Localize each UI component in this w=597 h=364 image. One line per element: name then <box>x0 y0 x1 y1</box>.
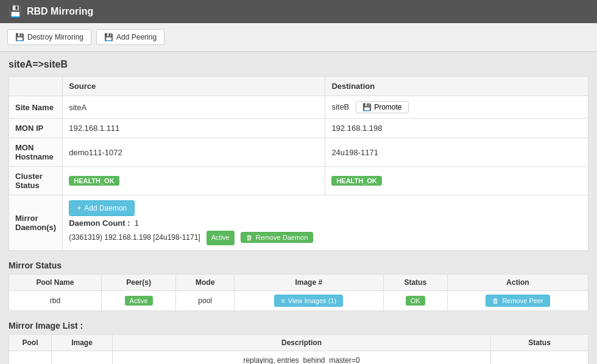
col-pool: Pool <box>9 335 52 351</box>
status-cell: OK <box>383 291 448 311</box>
add-daemon-button[interactable]: + Add Daemon <box>69 200 135 216</box>
daemon-count-label: Daemon Count : 1 <box>69 219 139 228</box>
page-title: RBD Mirroring <box>27 6 93 17</box>
col-header-source: Source <box>63 77 325 96</box>
add-peering-icon: 💾 <box>104 33 113 41</box>
row-label-cluster-status: Cluster Status <box>9 167 63 195</box>
daemon-detail-line: (3361319) 192.168.1.198 [24u198-1171] Ac… <box>69 233 313 242</box>
mirror-daemons-cell: + Add Daemon Daemon Count : 1 (3361319) … <box>63 195 588 251</box>
mirror-status-title: Mirror Status <box>9 261 588 270</box>
mirror-status-table: Pool Name Peer(s) Mode Image # Status Ac… <box>9 274 588 311</box>
remove-daemon-button[interactable]: 🗑 Remove Daemon <box>241 232 314 243</box>
source-site-name: siteA <box>63 96 325 119</box>
row-label-site-name: Site Name <box>9 96 63 119</box>
image-num-cell: ≡ View Images (1) <box>235 291 384 311</box>
add-peering-button[interactable]: 💾 Add Peering <box>96 29 164 45</box>
daemon-active-badge: Active <box>207 231 235 245</box>
source-mon-ip: 192.168.1.111 <box>63 119 325 138</box>
source-mon-hostname: demo111-1072 <box>63 138 325 167</box>
col-header-label <box>9 77 63 96</box>
col-image: Image <box>52 335 113 351</box>
action-cell: 🗑 Remove Peer <box>448 291 588 311</box>
row-label-mon-ip: MON IP <box>9 119 63 138</box>
source-health-badge: HEALTH_OK <box>69 176 119 186</box>
peering-section-title: siteA=>siteB <box>9 59 588 70</box>
col-image-num: Image # <box>235 275 384 291</box>
table-row: Cluster Status HEALTH_OK HEALTH_OK <box>9 167 588 195</box>
mode-cell: pool <box>176 291 235 311</box>
image-description-cell: replaying, entries_behind_master=0 maste… <box>113 351 491 364</box>
destination-mon-hostname: 24u198-1171 <box>325 138 588 167</box>
mirror-image-list-title: Mirror Image List : <box>9 321 588 331</box>
col-description: Description <box>113 335 491 351</box>
list-icon: ≡ <box>281 297 284 304</box>
table-row: rbd Active pool ≡ View Images (1) OK 🗑 <box>9 291 588 311</box>
col-status: Status <box>491 335 588 351</box>
col-action: Action <box>448 275 588 291</box>
peers-active-badge: Active <box>125 296 153 306</box>
view-images-button[interactable]: ≡ View Images (1) <box>274 295 343 307</box>
image-status-cell: ready Replaying <box>491 351 588 364</box>
toolbar: 💾 Destroy Mirroring 💾 Add Peering <box>0 23 597 52</box>
promote-icon: 💾 <box>362 103 372 111</box>
table-row: Site Name siteA siteB 💾 Promote <box>9 96 588 119</box>
destination-health-badge: HEALTH_OK <box>331 176 381 186</box>
image-name-cell: volume <box>52 351 113 364</box>
col-peers: Peer(s) <box>101 275 175 291</box>
row-label-mon-hostname: MON Hostname <box>9 138 63 167</box>
plus-icon: + <box>77 204 81 212</box>
main-content: siteA=>siteB Source Destination Site Nam… <box>0 52 597 364</box>
source-cluster-status: HEALTH_OK <box>63 167 325 195</box>
row-label-mirror-daemons: Mirror Daemon(s) <box>9 195 63 251</box>
mirror-image-list-table: Pool Image Description Status rbd volume… <box>9 334 588 364</box>
remove-peer-button[interactable]: 🗑 Remove Peer <box>486 295 549 307</box>
table-row: MON IP 192.168.1.111 192.168.1.198 <box>9 119 588 138</box>
hdd-icon: 💾 <box>9 5 22 18</box>
table-row: rbd volume replaying, entries_behind_mas… <box>9 351 588 364</box>
col-mode: Mode <box>176 275 235 291</box>
destination-cluster-status: HEALTH_OK <box>325 167 588 195</box>
table-row: Mirror Daemon(s) + Add Daemon Daemon Cou… <box>9 195 588 251</box>
daemon-section: + Add Daemon Daemon Count : 1 (3361319) … <box>69 200 582 245</box>
peers-cell: Active <box>101 291 175 311</box>
image-pool-cell: rbd <box>9 351 52 364</box>
table-row: MON Hostname demo111-1072 24u198-1171 <box>9 138 588 167</box>
destination-mon-ip: 192.168.1.198 <box>325 119 588 138</box>
col-header-destination: Destination <box>325 77 588 96</box>
promote-button[interactable]: 💾 Promote <box>356 101 408 113</box>
pool-name-cell: rbd <box>9 291 102 311</box>
destroy-mirroring-button[interactable]: 💾 Destroy Mirroring <box>7 29 91 45</box>
status-ok-badge: OK <box>406 296 425 306</box>
trash-icon: 🗑 <box>492 297 499 304</box>
destination-site-name: siteB 💾 Promote <box>325 96 588 119</box>
page-header: 💾 RBD Mirroring <box>0 0 597 23</box>
col-pool-name: Pool Name <box>9 275 102 291</box>
destroy-icon: 💾 <box>15 33 24 41</box>
trash-icon: 🗑 <box>246 234 253 241</box>
peering-info-table: Source Destination Site Name siteA siteB… <box>9 76 588 251</box>
col-status: Status <box>383 275 448 291</box>
